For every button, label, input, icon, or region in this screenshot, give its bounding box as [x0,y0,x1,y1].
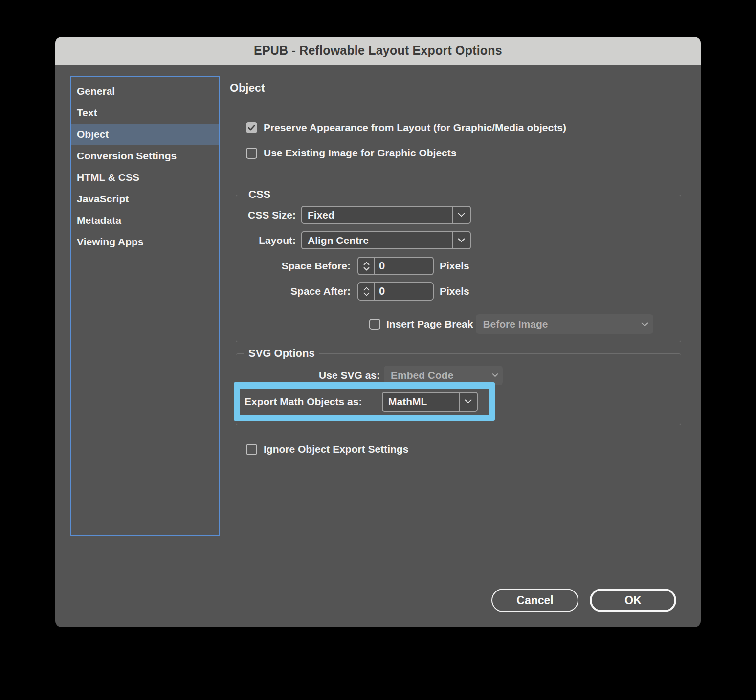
chevron-down-icon [459,393,477,411]
page-break-position-dropdown[interactable]: Before Image [476,314,653,334]
layout-row: Layout: Align Centre [230,231,471,249]
chevron-up-icon [363,262,370,265]
chevron-down-icon [452,207,470,223]
ignore-object-export-label: Ignore Object Export Settings [264,443,408,455]
export-math-label: Export Math Objects as: [240,396,382,408]
page-break-position-value: Before Image [476,314,636,334]
space-after-label: Space After: [230,285,351,297]
ignore-object-export-checkbox[interactable] [246,444,257,455]
layout-dropdown[interactable]: Align Centre [301,231,471,249]
use-existing-image-checkbox[interactable] [246,148,257,159]
ignore-object-export-row: Ignore Object Export Settings [246,443,408,455]
sidebar-item-object[interactable]: Object [71,124,219,145]
checkmark-icon [248,125,255,131]
chevron-up-icon [363,287,370,291]
chevron-down-icon [452,232,470,248]
stepper-up-down-icons[interactable] [358,283,375,300]
space-before-label: Space Before: [230,260,351,272]
space-before-input[interactable]: 0 [375,258,433,274]
space-before-unit: Pixels [440,260,469,272]
ok-button[interactable]: OK [590,589,676,612]
css-size-label: CSS Size: [230,209,296,221]
css-size-dropdown[interactable]: Fixed [301,206,471,224]
export-math-value: MathML [383,393,459,411]
stepper-up-down-icons[interactable] [358,258,375,274]
preserve-appearance-row: Preserve Appearance from Layout (for Gra… [246,122,566,133]
css-size-row: CSS Size: Fixed [230,206,471,224]
space-after-input[interactable]: 0 [375,283,433,300]
epub-export-dialog: EPUB - Reflowable Layout Export Options … [55,37,701,627]
export-math-highlight: Export Math Objects as: MathML [234,382,495,421]
preserve-appearance-label: Preserve Appearance from Layout (for Gra… [264,122,566,133]
layout-value: Align Centre [302,232,452,248]
layout-label: Layout: [230,235,296,246]
space-before-row: Space Before: 0 Pixels [230,257,469,275]
space-after-unit: Pixels [440,285,469,297]
sidebar-item-viewing-apps[interactable]: Viewing Apps [71,231,219,253]
sidebar-item-conversion-settings[interactable]: Conversion Settings [71,145,219,167]
chevron-down-icon [363,267,370,271]
cancel-button[interactable]: Cancel [491,589,578,612]
chevron-down-icon [363,292,370,296]
use-existing-image-row: Use Existing Image for Graphic Objects [246,147,456,159]
css-size-value: Fixed [302,207,452,223]
sidebar-item-general[interactable]: General [71,81,219,102]
export-math-dropdown[interactable]: MathML [382,392,478,412]
insert-page-break-label: Insert Page Break [386,318,473,330]
svg-options-group-title: SVG Options [244,347,319,360]
dialog-title: EPUB - Reflowable Layout Export Options [254,44,502,58]
space-before-stepper: 0 [357,257,434,275]
use-existing-image-label: Use Existing Image for Graphic Objects [264,147,456,159]
sidebar-item-text[interactable]: Text [71,102,219,124]
insert-page-break-checkbox[interactable] [369,319,380,330]
css-group-title: CSS [244,188,275,201]
space-after-stepper: 0 [357,282,434,301]
settings-nav: General Text Object Conversion Settings … [70,76,220,536]
dialog-titlebar: EPUB - Reflowable Layout Export Options [55,37,701,65]
screen-background: EPUB - Reflowable Layout Export Options … [0,0,756,700]
page-title: Object [230,82,265,95]
use-svg-as-label: Use SVG as: [251,370,380,381]
space-after-row: Space After: 0 Pixels [230,282,469,301]
sidebar-item-metadata[interactable]: Metadata [71,210,219,231]
insert-page-break-row: Insert Page Break Before Image [369,314,653,334]
preserve-appearance-checkbox[interactable] [246,122,257,133]
heading-divider [230,101,689,101]
chevron-down-icon [636,314,653,334]
sidebar-item-javascript[interactable]: JavaScript [71,188,219,210]
sidebar-item-html-css[interactable]: HTML & CSS [71,167,219,188]
